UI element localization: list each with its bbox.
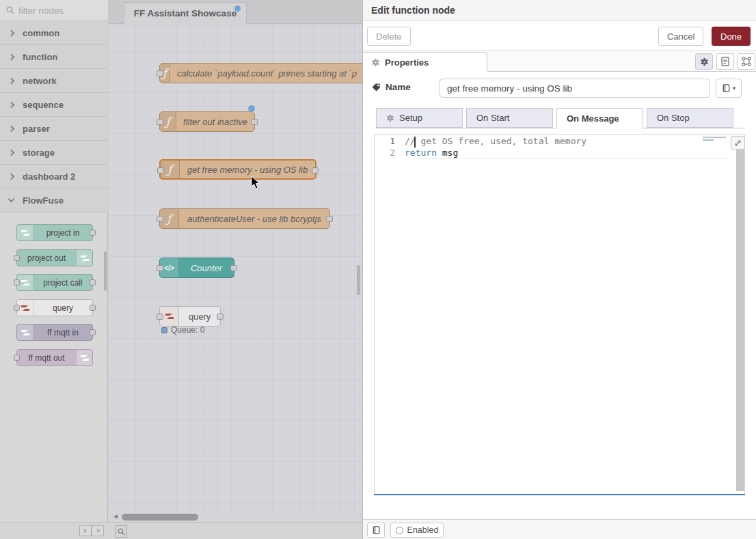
tab-on-start[interactable]: On Start — [466, 108, 553, 128]
palette-node-ff-mqtt-out[interactable]: ff mqtt out — [16, 349, 93, 366]
output-port[interactable] — [251, 119, 258, 125]
tab-on-stop[interactable]: On Stop — [647, 108, 733, 128]
workspace-vertical-scrollbar[interactable] — [357, 265, 360, 295]
palette-node-project-out[interactable]: project out — [16, 249, 93, 266]
palette-node-project-in[interactable]: project in — [16, 224, 93, 241]
cancel-button[interactable]: Cancel — [658, 27, 703, 46]
search-input[interactable] — [18, 5, 94, 16]
selection-frame-icon — [742, 57, 751, 66]
expand-all-button[interactable]: » — [92, 525, 104, 536]
function-node-get-free-memory[interactable]: ƒ get free memory - using OS lib — [159, 159, 316, 180]
palette-category-storage[interactable]: storage — [0, 141, 108, 165]
book-icon — [722, 83, 731, 93]
palette-node-query[interactable]: query — [16, 299, 93, 316]
dialog-footer: Enabled — [363, 519, 756, 539]
editor-scrollbar[interactable] — [736, 150, 744, 491]
input-port[interactable] — [14, 355, 20, 361]
line-number: 1 — [375, 136, 405, 148]
tag-icon — [371, 83, 381, 92]
palette-category-dashboard2[interactable]: dashboard 2 — [0, 165, 108, 189]
palette-scrollbar[interactable] — [104, 251, 107, 291]
description-button[interactable] — [716, 53, 734, 70]
mouse-cursor — [251, 176, 260, 189]
enabled-toggle-button[interactable]: Enabled — [390, 523, 444, 538]
tab-on-message[interactable]: On Message — [556, 108, 643, 129]
node-status: Queue: 0 — [161, 325, 204, 335]
output-port[interactable] — [312, 167, 319, 174]
input-port[interactable] — [157, 265, 163, 271]
input-port[interactable] — [157, 119, 163, 125]
edit-properties-button[interactable] — [695, 53, 713, 70]
flowfuse-logo-icon — [17, 225, 33, 240]
book-icon — [372, 525, 381, 535]
function-node-calculate-primes[interactable]: ƒ calculate `payload.count` primes start… — [159, 63, 362, 83]
chevron-right-icon — [8, 29, 15, 36]
chevron-right-icon — [8, 149, 15, 156]
flowfuse-logo-icon — [17, 324, 33, 340]
palette-search[interactable] — [0, 0, 108, 21]
node-changed-dot — [248, 105, 255, 112]
chevron-right-icon — [8, 125, 15, 132]
palette-footer: » » — [0, 522, 108, 539]
input-port[interactable] — [157, 70, 163, 77]
palette-node-ff-mqtt-in[interactable]: ff mqtt in — [16, 324, 93, 341]
flow-tab[interactable]: FF Assistant Showcase — [124, 2, 247, 24]
output-port[interactable] — [90, 305, 96, 311]
appearance-button[interactable] — [738, 53, 755, 70]
expand-editor-button[interactable] — [731, 136, 745, 150]
workspace-tab-bar: FF Assistant Showcase — [108, 0, 362, 24]
input-port[interactable] — [14, 255, 20, 261]
flowfuse-logo-icon — [76, 350, 92, 365]
function-node-filter-out-inactive[interactable]: ƒ filter out inactive — [159, 111, 255, 132]
double-chevron-up-icon: » — [81, 529, 90, 533]
output-port[interactable] — [90, 329, 96, 335]
flowfuse-logo-icon — [76, 250, 92, 266]
collapse-all-button[interactable]: » — [79, 525, 92, 536]
palette-category-parser[interactable]: parser — [0, 117, 108, 141]
workspace-horizontal-scrollbar[interactable] — [122, 514, 198, 521]
query-node[interactable]: query — [159, 306, 221, 327]
input-port[interactable] — [14, 279, 20, 286]
palette-category-sequence[interactable]: sequence — [0, 93, 108, 117]
editor-resize-bar[interactable] — [374, 494, 745, 495]
code-keyword: return — [405, 148, 437, 158]
input-port[interactable] — [157, 167, 164, 174]
input-port[interactable] — [157, 216, 163, 222]
output-port[interactable] — [90, 230, 96, 236]
palette-category-common[interactable]: common — [0, 21, 108, 45]
gear-icon — [371, 58, 380, 67]
output-port[interactable] — [230, 265, 237, 271]
name-field[interactable] — [440, 79, 710, 98]
current-line-border — [413, 158, 727, 159]
name-row: Name ▾ — [363, 77, 756, 100]
dialog-title: Edit function node — [363, 0, 756, 21]
output-port[interactable] — [326, 216, 333, 222]
chevron-down-icon: ▾ — [733, 85, 736, 92]
output-port[interactable] — [90, 279, 96, 286]
library-export-button[interactable] — [367, 523, 385, 538]
zoom-button[interactable] — [115, 525, 127, 538]
template-node-counter[interactable]: </> Counter — [159, 258, 234, 278]
code-editor[interactable]: 1 // get OS free, used, total memory 2 r… — [374, 134, 745, 495]
tab-setup[interactable]: Setup — [376, 108, 463, 128]
resize-diagonal-icon — [734, 139, 742, 147]
output-port[interactable] — [217, 314, 224, 320]
palette-category-flowfuse[interactable]: FlowFuse — [0, 189, 108, 212]
gear-icon — [386, 114, 394, 122]
circle-icon — [396, 527, 403, 534]
tab-properties[interactable]: Properties — [363, 52, 487, 72]
magnifier-icon — [118, 528, 125, 536]
library-button[interactable]: ▾ — [716, 79, 742, 98]
name-label: Name — [371, 82, 411, 92]
palette-node-project-call[interactable]: project call — [16, 274, 93, 291]
delete-button[interactable]: Delete — [367, 27, 411, 46]
dialog-button-row: Delete Cancel Done — [363, 21, 756, 51]
palette-category-function[interactable]: function — [0, 45, 108, 69]
done-button[interactable]: Done — [712, 27, 751, 46]
scroll-left-arrow[interactable]: ◄ — [112, 512, 119, 520]
palette-category-network[interactable]: network — [0, 69, 108, 93]
input-port[interactable] — [157, 314, 163, 320]
workspace-footer — [108, 522, 362, 539]
function-node-authenticate-user[interactable]: ƒ authenticateUser - use lib bcryptjs — [159, 208, 330, 229]
input-port[interactable] — [14, 305, 20, 311]
